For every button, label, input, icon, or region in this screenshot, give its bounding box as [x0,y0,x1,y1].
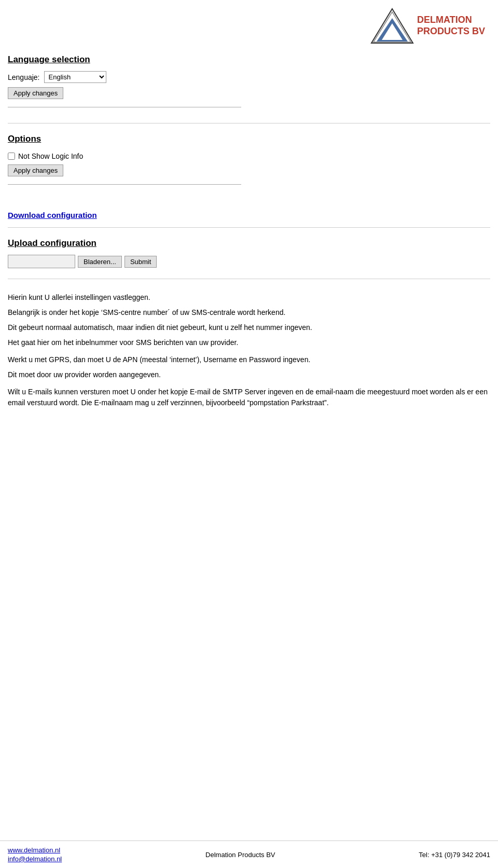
info-paragraph-3: Dit gebeurt normaal automatisch, maar in… [8,322,490,333]
upload-row: Bladeren... Submit [8,255,490,268]
language-divider [8,107,241,107]
footer-company: Delmation Products BV [205,851,275,859]
checkbox-label: Not Show Logic Info [18,152,83,160]
options-row: Not Show Logic Info [8,152,490,160]
language-row: Lenguaje: English Nederlands Deutsch Fra… [8,71,490,83]
logo-text: DELMATION PRODUCTS BV [417,15,485,37]
info-paragraph-4: Het gaat hier om het inbelnummer voor SM… [8,337,490,348]
footer-link-website[interactable]: www.delmation.nl [8,846,62,854]
footer: www.delmation.nl info@delmation.nl Delma… [0,841,498,868]
language-label: Lenguaje: [8,73,40,81]
options-apply-button[interactable]: Apply changes [8,164,63,176]
upload-section: Upload configuration Bladeren... Submit [8,238,490,279]
submit-button[interactable]: Submit [125,256,157,268]
language-select[interactable]: English Nederlands Deutsch Français [44,71,106,83]
options-section-title: Options [8,134,490,144]
footer-link-email[interactable]: info@delmation.nl [8,855,62,863]
info-paragraph-1: Hierin kunt U allerlei instellingen vast… [8,292,490,303]
info-paragraph-6: Dit moet door uw provider worden aangege… [8,369,490,380]
footer-left: www.delmation.nl info@delmation.nl [8,846,62,863]
upload-section-title: Upload configuration [8,238,490,249]
download-section: Download configuration [8,211,490,228]
options-divider [8,184,241,185]
options-section: Options Not Show Logic Info Apply change… [8,134,490,200]
footer-phone: Tel: +31 (0)79 342 2041 [419,851,490,859]
info-section: Hierin kunt U allerlei instellingen vast… [8,292,490,408]
logo-container: DELMATION PRODUCTS BV [370,8,485,44]
header-logo: DELMATION PRODUCTS BV [8,5,490,47]
info-paragraph-7: Wilt u E-mails kunnen versturen moet U o… [8,387,490,408]
not-show-logic-checkbox[interactable] [8,153,15,160]
info-paragraph-2: Belangrijk is onder het kopje ‘SMS-centr… [8,307,490,318]
browse-button[interactable]: Bladeren... [78,256,122,268]
download-link[interactable]: Download configuration [8,211,97,219]
info-paragraph-5: Werkt u met GPRS, dan moet U de APN (mee… [8,354,490,365]
language-section-title: Language selection [8,54,490,65]
language-apply-button[interactable]: Apply changes [8,87,63,99]
language-section: Language selection Lenguaje: English Ned… [8,54,490,123]
file-input-box [8,255,75,268]
logo-icon [370,8,414,44]
